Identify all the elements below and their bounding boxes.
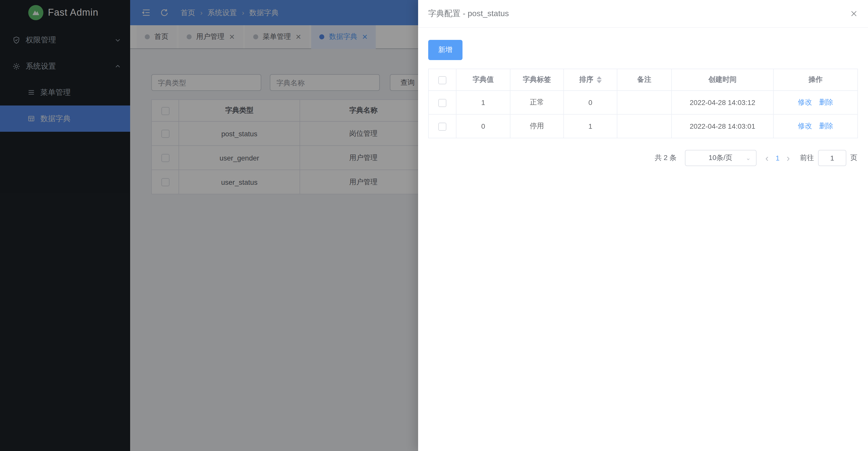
screen: Fast Admin 权限管理 系统设置 [0, 0, 868, 451]
page-size-value: 10条/页 [709, 153, 733, 163]
col-dict-value: 字典值 [456, 69, 510, 91]
app-window: Fast Admin 权限管理 系统设置 [0, 0, 868, 451]
sort-cell: 0 [564, 91, 617, 114]
table-header-row: 字典值 字典标签 排序 备注 创建时间 操作 [429, 69, 858, 91]
next-page-button[interactable]: › [786, 153, 790, 163]
sort-carets-icon[interactable] [596, 77, 601, 84]
col-created-time: 创建时间 [672, 69, 773, 91]
created-time-cell: 2022-04-28 14:03:12 [672, 91, 773, 114]
dict-label-cell: 正常 [510, 91, 564, 114]
col-actions: 操作 [773, 69, 858, 91]
dict-value-cell: 0 [456, 114, 510, 138]
select-all-cell [429, 69, 456, 91]
dict-config-drawer: 字典配置 - post_status 新增 字典值 字典标签 [418, 0, 868, 451]
close-icon [850, 9, 858, 18]
edit-link[interactable]: 修改 [798, 98, 812, 106]
select-all-checkbox[interactable] [438, 76, 446, 84]
row-select-cell [429, 91, 456, 114]
dict-label-cell: 停用 [510, 114, 564, 138]
table-row: 1正常02022-04-28 14:03:12修改删除 [429, 91, 858, 114]
actions-cell: 修改删除 [773, 91, 858, 114]
table-row: 0停用12022-04-28 14:03:01修改删除 [429, 114, 858, 138]
col-remark: 备注 [617, 69, 672, 91]
actions-cell: 修改删除 [773, 114, 858, 138]
drawer-header: 字典配置 - post_status [418, 0, 868, 28]
delete-link[interactable]: 删除 [819, 122, 833, 130]
created-time-cell: 2022-04-28 14:03:01 [672, 114, 773, 138]
add-dict-item-button[interactable]: 新增 [428, 40, 463, 60]
page-size-select[interactable]: 10条/页 ⌄ [685, 150, 756, 166]
col-sort[interactable]: 排序 [564, 69, 617, 91]
edit-link[interactable]: 修改 [798, 122, 812, 130]
drawer-title: 字典配置 - post_status [428, 8, 509, 19]
sort-cell: 1 [564, 114, 617, 138]
row-select-cell [429, 114, 456, 138]
row-checkbox[interactable] [438, 99, 446, 107]
delete-link[interactable]: 删除 [819, 98, 833, 106]
dict-value-cell: 1 [456, 91, 510, 114]
drawer-body: 新增 字典值 字典标签 排序 备注 创建时间 [418, 28, 868, 451]
close-drawer-button[interactable] [850, 9, 858, 18]
pagination-total: 共 2 条 [655, 153, 677, 163]
pagination: 共 2 条 10条/页 ⌄ ‹ 1 › 前往 页 [428, 150, 858, 166]
dict-items-table: 字典值 字典标签 排序 备注 创建时间 操作 1正常02022-04-28 14… [428, 69, 858, 138]
row-checkbox[interactable] [438, 122, 446, 131]
chevron-down-icon: ⌄ [746, 154, 751, 162]
remark-cell [617, 91, 672, 114]
goto-page-input[interactable] [818, 150, 846, 166]
page-number-current[interactable]: 1 [776, 154, 780, 162]
prev-page-button[interactable]: ‹ [765, 153, 769, 163]
page-unit-label: 页 [850, 153, 858, 163]
remark-cell [617, 114, 672, 138]
goto-label: 前往 [800, 153, 814, 163]
col-dict-label: 字典标签 [510, 69, 564, 91]
